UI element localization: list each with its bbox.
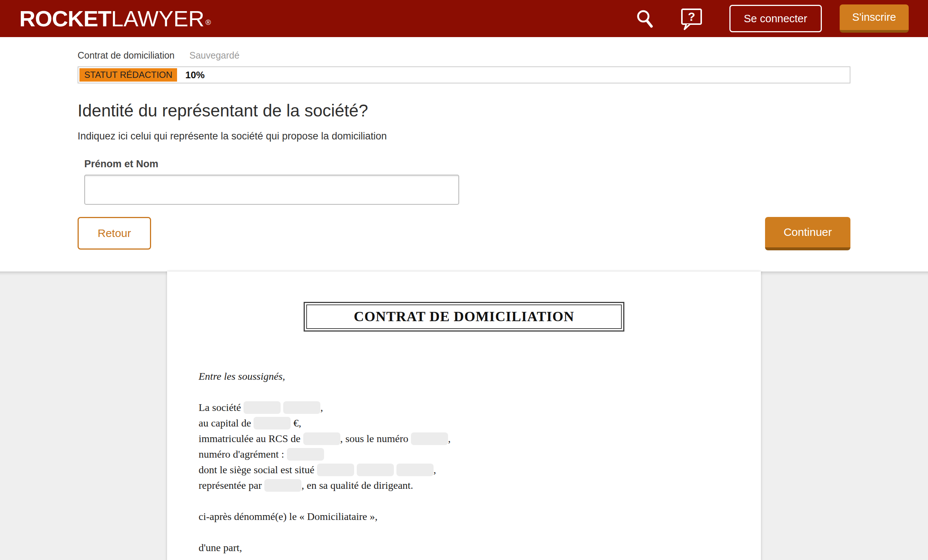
doc-blank-field — [317, 464, 354, 476]
name-input[interactable] — [84, 175, 459, 205]
document-preview-section: CONTRAT DE DOMICILIATION Entre les souss… — [0, 271, 928, 560]
doc-text — [281, 402, 283, 413]
doc-blank-field — [287, 448, 324, 461]
document-body: Entre les soussignés,La société ,au capi… — [198, 369, 761, 560]
question-title: Identité du représentant de la société? — [78, 100, 850, 120]
help-icon[interactable]: ? — [681, 7, 703, 30]
doc-line: numéro d'agrément : — [198, 446, 761, 462]
doc-text: représentée par — [198, 479, 264, 491]
doc-text: numéro d'agrément : — [198, 448, 287, 460]
doc-text: €, — [291, 417, 301, 429]
doc-line: immatriculée au RCS de , sous le numéro … — [198, 431, 761, 446]
doc-blank-field — [303, 432, 340, 445]
doc-text: La société — [198, 402, 244, 413]
doc-text: d'une part, — [198, 542, 242, 553]
login-button[interactable]: Se connecter — [730, 5, 822, 32]
document-page: CONTRAT DE DOMICILIATION Entre les souss… — [167, 271, 761, 560]
doc-text: , sous le numéro — [340, 433, 411, 444]
doc-text: , — [448, 433, 451, 444]
continue-button[interactable]: Continuer — [765, 217, 850, 250]
document-name-label: Contrat de domiciliation — [78, 50, 174, 61]
doc-text: , — [321, 402, 323, 413]
search-icon[interactable] — [636, 9, 655, 28]
doc-text: , en sa qualité de dirigeant. — [301, 479, 413, 491]
back-button[interactable]: Retour — [78, 217, 151, 250]
logo-text-light: LAWYER — [111, 6, 204, 32]
document-title-inner-border: CONTRAT DE DOMICILIATION — [306, 304, 622, 329]
doc-text: ci-après dénommé(e) le « Domiciliataire … — [198, 511, 377, 522]
question-subtitle: Indiquez ici celui qui représente la soc… — [78, 131, 850, 142]
doc-line: ci-après dénommé(e) le « Domiciliataire … — [198, 509, 761, 524]
name-field-label: Prénom et Nom — [84, 158, 850, 170]
registered-mark: ® — [206, 18, 211, 27]
breadcrumb: Contrat de domiciliation Sauvegardé — [78, 50, 850, 61]
doc-text — [354, 464, 357, 475]
doc-line: La société , — [198, 400, 761, 415]
doc-text: Entre les soussignés, — [198, 370, 285, 382]
document-title: CONTRAT DE DOMICILIATION — [354, 309, 574, 324]
question-mark-glyph: ? — [688, 10, 695, 23]
doc-line: au capital de €, — [198, 415, 761, 431]
doc-blank-field — [283, 401, 321, 414]
doc-text: immatriculée au RCS de — [198, 433, 303, 444]
saved-status-label: Sauvegardé — [189, 50, 240, 61]
rocketlawyer-logo[interactable]: ROCKETLAWYER® — [19, 6, 211, 32]
progress-bar: STATUT RÉDACTION 10% — [78, 66, 850, 84]
doc-blank-field — [397, 464, 433, 476]
doc-blank-field — [411, 432, 448, 445]
interview-section: Contrat de domiciliation Sauvegardé STAT… — [0, 37, 928, 271]
doc-line: Entre les soussignés, — [198, 369, 761, 384]
logo-text-bold: ROCKET — [19, 6, 111, 32]
doc-line: d'une part, — [198, 540, 761, 555]
doc-line: dont le siège social est situé , — [198, 462, 761, 478]
header-actions: ? Se connecter S'inscrire — [636, 5, 909, 33]
doc-text: au capital de — [198, 417, 253, 429]
signup-button[interactable]: S'inscrire — [839, 5, 909, 33]
document-title-box: CONTRAT DE DOMICILIATION — [304, 302, 624, 332]
doc-blank-field — [357, 464, 394, 476]
doc-blank-field — [253, 417, 291, 429]
doc-line: représentée par , en sa qualité de dirig… — [198, 478, 761, 493]
doc-text: , — [433, 464, 436, 475]
doc-blank-field — [244, 401, 281, 414]
form-navigation: Retour Continuer — [78, 217, 850, 250]
progress-percent: 10% — [185, 69, 205, 81]
doc-text: dont le siège social est situé — [198, 464, 317, 475]
app-header: ROCKETLAWYER® ? Se connecter S'inscrire — [0, 0, 928, 37]
status-badge: STATUT RÉDACTION — [79, 68, 177, 82]
doc-blank-field — [264, 479, 301, 492]
doc-text — [394, 464, 397, 475]
